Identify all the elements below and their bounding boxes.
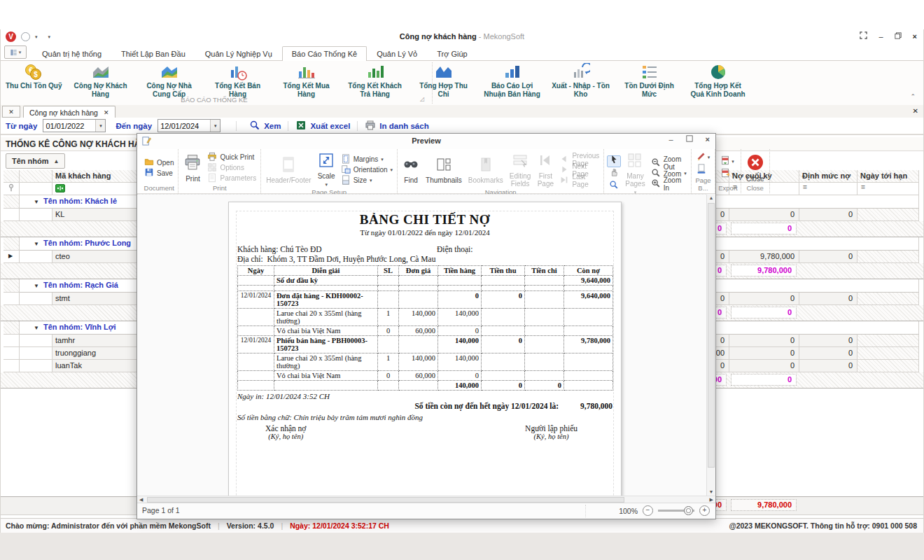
watermark-button[interactable]: ▾	[694, 152, 713, 164]
thumbnails-button[interactable]: Thumbnails	[424, 155, 464, 185]
page-color-button[interactable]	[694, 164, 713, 176]
scrollbar-thumb[interactable]	[708, 203, 715, 468]
ribbon-tab-báo-cáo-thống-kê[interactable]: Báo Cáo Thống Kê	[282, 46, 367, 61]
orientation-button[interactable]: Orientation▾	[340, 165, 394, 175]
ribbon-item-bars-clock[interactable]: Tổng Kết Bán Hàng	[204, 62, 272, 99]
doc-sign-left: Xác nhận nợ (Ký, họ tên)	[265, 424, 306, 440]
dialog-close-icon[interactable]: ×	[706, 135, 710, 144]
search-button[interactable]: Xem	[242, 120, 288, 132]
ribbon-item-bars-blue[interactable]: Báo Cáo Lợi Nhuận Bán Hàng	[478, 62, 547, 99]
filter-operator-icon[interactable]: =	[799, 183, 858, 195]
last-page-button[interactable]: Last Page	[558, 176, 601, 186]
chevron-down-icon[interactable]: ▾	[95, 120, 105, 132]
print-button[interactable]: Print	[181, 153, 204, 183]
scrollbar-thumb[interactable]	[147, 497, 624, 503]
send-document-button[interactable]: ▾	[718, 168, 736, 180]
ribbon-collapse-icon[interactable]: ⌃	[910, 93, 916, 100]
fullscreen-icon[interactable]	[860, 31, 867, 41]
ribbon-item-area-gray[interactable]: Công Nợ Khách Hàng	[66, 62, 135, 99]
options-button[interactable]: Options	[206, 163, 258, 173]
doc-col-tiền-chi: Tiền chi	[525, 266, 564, 276]
dialog-minimize-icon[interactable]: –	[668, 135, 673, 144]
ribbon-item-list-colored[interactable]: Tồn Dưới Định Mức	[615, 62, 684, 99]
ribbon-tab-trợ-giúp[interactable]: Trợ Giúp	[427, 46, 477, 60]
save-button[interactable]: Save	[143, 168, 175, 178]
to-date-field[interactable]: ▾	[158, 119, 220, 132]
ribbon-tab-thiết-lập-ban-đầu[interactable]: Thiết Lập Ban Đầu	[111, 46, 195, 60]
scroll-left-icon[interactable]: ◀	[139, 497, 143, 503]
close-tab-button[interactable]: ✕	[2, 106, 20, 118]
open-button[interactable]: Open	[143, 158, 175, 167]
cell-ngay-toi-han	[858, 251, 919, 263]
sort-asc-icon: ▲	[54, 158, 59, 164]
scroll-right-icon[interactable]: ▶	[710, 497, 713, 503]
minimize-icon[interactable]: –	[878, 32, 883, 41]
export-document-button[interactable]: ▾	[718, 155, 736, 167]
zoom-in-button[interactable]: +	[699, 505, 710, 516]
scale-button[interactable]: Scale ▾	[316, 151, 337, 188]
parameters-button[interactable]: Parameters	[206, 174, 258, 183]
zoom-out-button[interactable]: Zoom Out	[650, 158, 688, 168]
ribbon-item-coins[interactable]: €$Thu Chi Tồn Quỹ	[1, 62, 66, 91]
screen: V ▾ ▾ Công nợ khách hàng - MekongSoft – …	[0, 0, 924, 560]
ribbon-item-bars-multi[interactable]: Tổng Kết Mua Hàng	[272, 62, 341, 99]
dialog-titlebar[interactable]: Preview – ×	[137, 134, 715, 150]
status-welcome: Chào mừng: Administrator đến với phần mề…	[6, 522, 211, 530]
dialog-maximize-icon[interactable]	[686, 135, 693, 144]
doc-row-item: Larue chai 20 x 355ml (hàng thường)1140,…	[238, 309, 613, 326]
restore-icon[interactable]	[895, 32, 902, 41]
ribbon-item-area-green[interactable]: Công Nợ Nhà Cung Cấp	[135, 62, 204, 99]
magnifier-tool-button[interactable]	[607, 181, 621, 192]
many-pages-button[interactable]: Many Pages ▾	[623, 151, 647, 196]
hand-tool-button[interactable]	[607, 168, 621, 180]
parameters-icon	[207, 173, 217, 184]
ribbon-item-pie[interactable]: Tổng Hợp Kết Quả Kinh Doanh	[684, 62, 752, 99]
zoom-out-button[interactable]: −	[643, 505, 653, 516]
print-small-button[interactable]: In danh sách	[358, 120, 435, 132]
ribbon-tab-quản-trị-hệ-thống[interactable]: Quản trị hệ thống	[32, 46, 111, 60]
close-button[interactable]: Close	[744, 153, 766, 183]
to-date-input[interactable]	[158, 122, 210, 130]
group-by-chip[interactable]: Tên nhóm ▲	[6, 153, 65, 169]
close-icon[interactable]: ×	[913, 32, 917, 41]
manypages-icon	[626, 152, 643, 172]
ribbon-item-bars-green[interactable]: Tổng Kết Khách Trả Hàng	[341, 62, 410, 99]
filter-operator-icon[interactable]: =	[858, 183, 919, 195]
zoom-slider-thumb[interactable]	[684, 506, 693, 515]
tab-cong-no-khach-hang[interactable]: Công nợ khách hàng ✕	[23, 106, 115, 118]
headerfooter-icon	[280, 156, 297, 176]
excel-button[interactable]: Xuất excel	[288, 120, 357, 132]
scroll-down-icon[interactable]: ▼	[707, 489, 715, 494]
size-button[interactable]: Size▾	[340, 176, 394, 186]
zoom-slider[interactable]	[658, 510, 694, 512]
doc-remaining-line: Số tiền còn nợ đến hết ngày 12/01/2024 l…	[237, 402, 612, 410]
cell-no-cuoi-ky: 0	[729, 360, 799, 372]
find-button[interactable]: Find	[400, 155, 421, 185]
margins-button[interactable]: Margins▾	[340, 155, 394, 164]
from-date-field[interactable]: ▾	[43, 119, 106, 132]
chevron-down-icon[interactable]: ▾	[210, 120, 220, 132]
zoom-in-button[interactable]: Zoom In	[650, 179, 688, 189]
tab-close-icon[interactable]: ✕	[104, 109, 109, 116]
group-dialog-launcher-icon[interactable]: ◿	[420, 96, 424, 102]
doc-print-date: Ngày in: 12/01/2024 3:52 CH	[237, 392, 330, 400]
preview-vertical-scrollbar[interactable]: ▲ ▼	[706, 194, 715, 496]
ribbon-tab-quản-lý-vỏ[interactable]: Quản Lý Vỏ	[367, 46, 427, 60]
ribbon-tab-quản-lý-nghiệp-vụ[interactable]: Quản Lý Nghiệp Vụ	[195, 46, 282, 60]
quick-print-button[interactable]: Quick Print	[206, 153, 258, 162]
grand-total-no-cuoi-ky: 9,780,000	[731, 499, 797, 511]
pointer-tool-button[interactable]	[607, 155, 621, 167]
scroll-up-icon[interactable]: ▲	[707, 195, 715, 200]
zoom-percent: 100%	[619, 507, 638, 515]
editing-fields-button[interactable]: Editing Fields	[507, 151, 533, 188]
bookmarks-button[interactable]: Bookmarks	[466, 155, 505, 185]
header-footer-button[interactable]: Header/Footer	[264, 155, 313, 185]
ribbon-item-bars-refresh[interactable]: Xuất - Nhập - Tồn Kho	[547, 62, 615, 99]
first-page-button[interactable]: First Page	[535, 151, 556, 188]
application-menu-button[interactable]: ▾	[4, 46, 27, 59]
from-date-input[interactable]	[43, 122, 95, 130]
ribbon-item-line-blue[interactable]: Tổng Hợp Thu Chi	[410, 62, 478, 99]
cell-dinh-muc-no: 0	[799, 209, 858, 221]
tabstrip-close-icon[interactable]: ✕	[913, 107, 918, 115]
doc-col-tiền-hàng: Tiền hàng	[438, 266, 482, 276]
